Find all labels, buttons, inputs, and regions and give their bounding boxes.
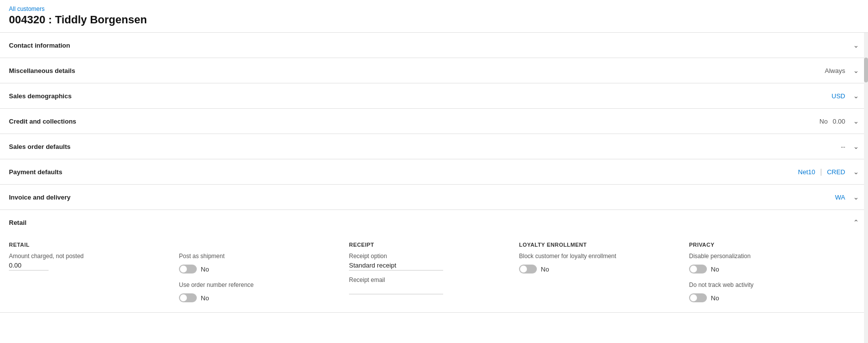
section-meta-value-amount: 0.00 xyxy=(833,118,845,125)
post-as-shipment-label: Post as shipment xyxy=(179,253,334,260)
chevron-down-icon: ⌄ xyxy=(853,41,859,49)
section-meta-payment-defaults: Net10 | CRED ⌄ xyxy=(798,168,859,176)
retail-amount-label: Amount charged, not posted xyxy=(9,253,164,260)
section-meta-contact-information: ⌄ xyxy=(850,41,859,49)
disable-personalization-label: Disable personalization xyxy=(689,253,844,260)
section-title-invoice-and-delivery: Invoice and delivery xyxy=(9,194,70,201)
use-order-number-toggle[interactable] xyxy=(179,293,197,302)
section-miscellaneous-details: Miscellaneous details Always ⌄ xyxy=(0,58,868,83)
block-customer-row: No xyxy=(519,265,674,274)
retail-col-loyalty: LOYALTY ENROLLMENT Block customer for lo… xyxy=(519,242,689,302)
pipe-divider: | xyxy=(820,168,822,176)
do-not-track-label: Do not track web activity xyxy=(689,281,844,288)
block-customer-value: No xyxy=(541,266,549,273)
section-meta-credit-and-collections: No 0.00 ⌄ xyxy=(819,117,859,125)
block-customer-toggle[interactable] xyxy=(519,265,537,274)
section-sales-demographics: Sales demographics USD ⌄ xyxy=(0,83,868,109)
section-header-retail[interactable]: Retail ⌃ xyxy=(0,210,868,235)
retail-col-label: RETAIL xyxy=(9,242,164,248)
section-header-payment-defaults[interactable]: Payment defaults Net10 | CRED ⌄ xyxy=(0,159,868,184)
section-header-invoice-and-delivery[interactable]: Invoice and delivery WA ⌄ xyxy=(0,185,868,209)
chevron-up-icon: ⌃ xyxy=(853,218,859,226)
content-area: Contact information ⌄ Miscellaneous deta… xyxy=(0,33,868,343)
section-title-sales-demographics: Sales demographics xyxy=(9,92,71,100)
chevron-down-icon: ⌄ xyxy=(853,142,859,150)
do-not-track-row: No xyxy=(689,293,844,302)
use-order-number-label: Use order number reference xyxy=(179,281,334,288)
disable-personalization-value: No xyxy=(711,266,719,273)
section-header-credit-and-collections[interactable]: Credit and collections No 0.00 ⌄ xyxy=(0,109,868,134)
section-meta-value-dash: -- xyxy=(841,143,845,150)
disable-personalization-row: No xyxy=(689,265,844,274)
chevron-down-icon: ⌄ xyxy=(853,193,859,201)
page-wrapper: All customers 004320 : Tiddly Borgensen … xyxy=(0,0,868,343)
section-meta-value-misc: Always xyxy=(825,67,845,74)
section-meta-sales-order-defaults: -- ⌄ xyxy=(841,142,859,150)
receipt-email-label: Receipt email xyxy=(349,276,504,283)
receipt-option-input[interactable] xyxy=(349,262,443,271)
retail-col-privacy: PRIVACY Disable personalization No Do no… xyxy=(689,242,859,302)
section-title-credit-and-collections: Credit and collections xyxy=(9,118,76,125)
chevron-down-icon: ⌄ xyxy=(853,92,859,100)
loyalty-col-label: LOYALTY ENROLLMENT xyxy=(519,242,674,248)
section-meta-value-no: No xyxy=(819,118,828,125)
receipt-col-label: RECEIPT xyxy=(349,242,504,248)
privacy-col-label: PRIVACY xyxy=(689,242,844,248)
retail-grid: RETAIL Amount charged, not posted 0.00 P… xyxy=(9,242,859,302)
scrollbar-track xyxy=(864,33,868,343)
section-header-miscellaneous-details[interactable]: Miscellaneous details Always ⌄ xyxy=(0,58,868,83)
chevron-down-icon: ⌄ xyxy=(853,117,859,125)
scrollbar-thumb[interactable] xyxy=(864,58,868,82)
section-retail: Retail ⌃ RETAIL Amount charged, not post… xyxy=(0,210,868,313)
section-meta-retail: ⌃ xyxy=(850,218,859,226)
section-meta-value-usd: USD xyxy=(832,92,845,100)
section-meta-value-cred: CRED xyxy=(827,168,845,176)
section-title-contact-information: Contact information xyxy=(9,42,70,49)
section-title-payment-defaults: Payment defaults xyxy=(9,168,62,176)
section-title-retail: Retail xyxy=(9,219,26,226)
post-as-shipment-row: No xyxy=(179,265,334,274)
section-meta-value-net10: Net10 xyxy=(798,168,815,176)
section-meta-value-wa: WA xyxy=(835,194,845,201)
chevron-down-icon: ⌄ xyxy=(853,168,859,176)
breadcrumb[interactable]: All customers xyxy=(9,5,45,12)
use-order-number-row: No xyxy=(179,293,334,302)
section-meta-sales-demographics: USD ⌄ xyxy=(832,92,859,100)
receipt-option-label: Receipt option xyxy=(349,253,504,260)
block-customer-label: Block customer for loyalty enrollment xyxy=(519,253,674,260)
do-not-track-value: No xyxy=(711,294,719,302)
section-invoice-and-delivery: Invoice and delivery WA ⌄ xyxy=(0,185,868,210)
section-header-sales-order-defaults[interactable]: Sales order defaults -- ⌄ xyxy=(0,134,868,159)
section-meta-invoice-and-delivery: WA ⌄ xyxy=(835,193,859,201)
section-contact-information: Contact information ⌄ xyxy=(0,33,868,58)
retail-col-retail: RETAIL Amount charged, not posted 0.00 xyxy=(9,242,179,302)
section-title-miscellaneous-details: Miscellaneous details xyxy=(9,67,75,74)
section-meta-miscellaneous-details: Always ⌄ xyxy=(825,67,859,74)
section-header-contact-information[interactable]: Contact information ⌄ xyxy=(0,33,868,58)
retail-col-shipment: Post as shipment No Use order number ref… xyxy=(179,242,349,302)
page-title: 004320 : Tiddly Borgensen xyxy=(9,13,859,26)
receipt-email-input[interactable] xyxy=(349,285,443,294)
section-title-sales-order-defaults: Sales order defaults xyxy=(9,143,70,150)
do-not-track-toggle[interactable] xyxy=(689,293,707,302)
retail-amount-value: 0.00 xyxy=(9,262,49,271)
section-header-sales-demographics[interactable]: Sales demographics USD ⌄ xyxy=(0,83,868,108)
retail-section-body: RETAIL Amount charged, not posted 0.00 P… xyxy=(0,235,868,312)
section-payment-defaults: Payment defaults Net10 | CRED ⌄ xyxy=(0,159,868,185)
section-credit-and-collections: Credit and collections No 0.00 ⌄ xyxy=(0,109,868,134)
retail-col-receipt: RECEIPT Receipt option Receipt email xyxy=(349,242,519,302)
section-sales-order-defaults: Sales order defaults -- ⌄ xyxy=(0,134,868,159)
chevron-down-icon: ⌄ xyxy=(853,67,859,74)
retail-col-label-empty xyxy=(179,242,334,248)
disable-personalization-toggle[interactable] xyxy=(689,265,707,274)
post-as-shipment-toggle[interactable] xyxy=(179,265,197,274)
post-as-shipment-value: No xyxy=(201,266,209,273)
use-order-number-value: No xyxy=(201,294,209,302)
page-header: All customers 004320 : Tiddly Borgensen xyxy=(0,0,868,33)
